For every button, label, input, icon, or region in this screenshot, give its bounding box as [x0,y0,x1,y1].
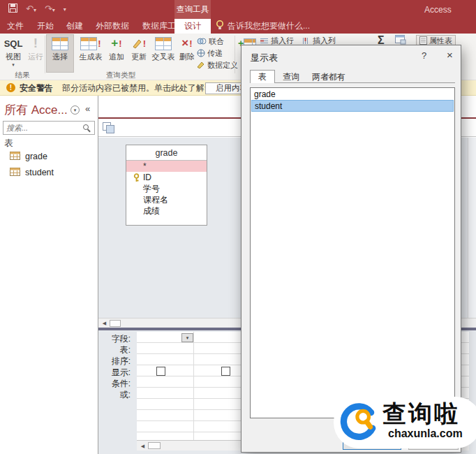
ribbon-tab-bar: 文件 开始 创建 外部数据 数据库工具 设计 告诉我您想要做什么... [0,19,476,34]
scrollbar-thumb[interactable] [148,442,161,449]
table-card-title: grade [126,145,207,161]
make-table-button[interactable]: ! 生成表 [75,35,106,73]
select-table-icon [52,35,68,52]
warning-icon: ! [6,83,15,92]
tell-me-box[interactable]: 告诉我您想要做什么... [216,19,310,34]
insert-rows-icon [260,37,269,45]
save-icon[interactable] [8,3,17,15]
insert-columns-icon [302,37,311,45]
tab-external-data[interactable]: 外部数据 [89,19,135,34]
vertical-scrollbar[interactable] [468,138,476,318]
field-row[interactable]: 课程名 [126,194,207,205]
grade-table-card[interactable]: grade * ID 学号 课程名 成绩 [126,145,207,226]
tab-file[interactable]: 文件 [0,19,31,34]
contextual-tab-group: 查询工具 [174,0,211,19]
grid-column-divider [193,332,194,440]
nav-pane-title: 所有 Acce... [4,102,68,118]
nav-group-tables[interactable]: 表 « [4,138,94,149]
search-icon [83,124,89,130]
chaxunla-logo-icon [339,402,380,445]
pass-through-button[interactable]: 传递 [197,48,223,59]
shutter-bar-icon[interactable]: « [85,103,90,114]
tab-home[interactable]: 开始 [31,19,60,34]
grid-label-show: 显示: [98,367,133,378]
delete-x-icon: ×! [181,35,192,52]
field-row-id[interactable]: ID [126,172,207,183]
update-pencil-icon: ! [132,35,146,52]
data-definition-button[interactable]: 数据定义 [197,60,238,71]
grid-label-table: 表: [98,344,133,356]
undo-icon[interactable]: ↶▾ [26,3,36,15]
scrollbar-thumb[interactable] [110,320,121,327]
append-button[interactable]: +! 追加 [106,35,127,73]
nav-item-student[interactable]: student [10,166,94,179]
watermark: 查询啦 chaxunla.com [334,397,476,448]
security-warning-label: 安全警告 [20,80,53,96]
sql-view-icon: SQL [4,35,23,52]
table-icon [10,152,20,162]
group-separator [235,36,235,73]
app-name: Access [424,5,452,15]
table-icon [10,168,20,178]
run-exclamation-icon: ! [34,35,38,52]
close-icon[interactable]: × [447,49,453,61]
watermark-brand: 查询啦 [382,398,460,430]
group-separator [45,36,45,73]
union-circles-icon [197,38,207,46]
update-button[interactable]: ! 更新 [128,35,149,73]
lightbulb-icon [216,20,223,32]
run-button[interactable]: ! 运行 [27,35,45,73]
watermark-domain: chaxunla.com [388,427,463,440]
select-query-button[interactable]: 选择 [46,34,74,73]
list-item-student[interactable]: student [251,100,454,112]
dialog-tab-queries[interactable]: 查询 [276,71,306,83]
scroll-left-icon[interactable]: ◀ [100,319,109,328]
nav-item-grade[interactable]: grade [10,150,94,163]
search-input[interactable] [3,122,79,134]
dialog-title: 显示表 [251,52,278,64]
append-plus-icon: +! [111,35,121,52]
help-icon[interactable]: ? [422,50,426,61]
table-list: grade student [250,87,455,418]
tab-design[interactable]: 设计 [174,19,211,34]
dialog-tab-tables[interactable]: 表 [250,70,275,83]
query-document-icon [103,122,114,136]
field-dropdown-button[interactable]: ▾ [181,333,193,342]
list-item-grade[interactable]: grade [251,89,454,100]
grid-label-or: 或: [98,389,133,400]
view-button[interactable]: SQL 视图 ▾ [1,35,25,73]
quick-access-toolbar: ↶▾ ↷▾ ▾ [8,3,66,15]
show-table-dialog: 显示表 ? × 表 查询 两者都有 grade student 添加(A) 关闭… [241,45,461,453]
field-row[interactable]: 学号 [126,183,207,194]
nav-search-box[interactable] [3,121,95,135]
group-label-results: 结果 [0,71,45,80]
chevron-down-icon: ▾ [12,62,15,68]
customize-toolbar-icon[interactable]: ▾ [64,6,66,13]
redo-icon[interactable]: ↷▾ [45,3,55,15]
grid-label-sort: 排序: [98,356,133,367]
grid-label-criteria: 条件: [98,378,133,389]
field-row[interactable]: 成绩 [126,205,207,217]
star-row[interactable]: * [126,161,207,172]
crosstab-table-icon [155,35,172,52]
delete-query-button[interactable]: ×! 删除 [177,35,197,73]
nav-menu-icon[interactable]: ▾ [70,105,80,115]
navigation-pane: 所有 Acce... ▾ « 表 « grade student [0,96,98,454]
show-checkbox-col1[interactable] [156,367,165,376]
make-table-icon: ! [80,35,101,52]
title-bar [0,0,476,19]
show-checkbox-col2[interactable] [221,367,230,376]
crosstab-button[interactable]: 交叉表 [149,35,177,73]
union-button[interactable]: 联合 [197,36,224,47]
tab-create[interactable]: 创建 [60,19,89,34]
dialog-tab-both[interactable]: 两者都有 [307,71,350,83]
globe-icon [197,49,205,59]
data-definition-icon [197,61,205,70]
group-label-query-type: 查询类型 [46,71,195,80]
access-window: ↶▾ ↷▾ ▾ 查询工具 Access 文件 开始 创建 外部数据 数据库工具 … [0,0,476,454]
scroll-left-icon[interactable]: ◀ [138,442,147,451]
grid-label-field: 字段: [98,333,133,344]
